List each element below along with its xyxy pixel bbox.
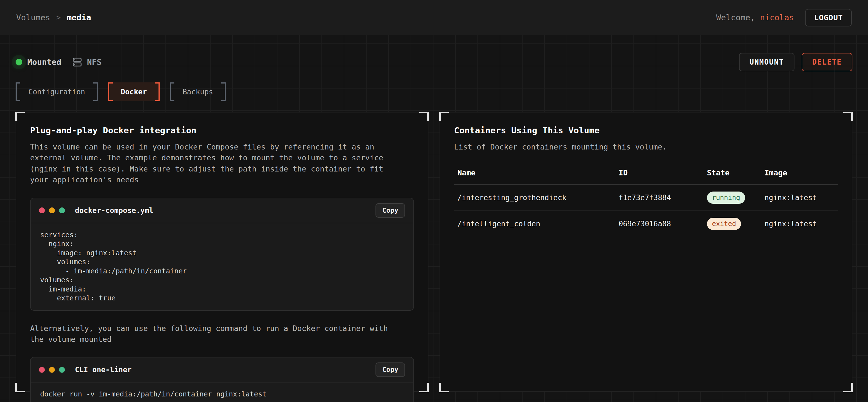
cli-code-card-header: CLI one-liner Copy — [31, 358, 413, 382]
window-dot-green-icon — [59, 207, 65, 213]
window-dots — [39, 367, 65, 373]
panel-corner-icon — [439, 383, 449, 392]
cli-code-card: CLI one-liner Copy docker run -v im-medi… — [30, 357, 414, 402]
docker-panel-description: This volume can be used in your Docker C… — [30, 141, 395, 186]
table-row: /intelligent_colden 069e73016a88 exited … — [454, 211, 838, 237]
window-dot-red-icon — [39, 207, 45, 213]
username: nicolas — [760, 13, 794, 22]
container-image: nginx:latest — [761, 185, 838, 211]
bracket-right-icon — [93, 82, 98, 101]
bracket-right-icon — [155, 82, 160, 101]
panel-corner-icon — [843, 112, 853, 121]
delete-button[interactable]: DELETE — [802, 53, 852, 71]
panel-corner-icon — [419, 112, 429, 121]
copy-compose-button[interactable]: Copy — [375, 203, 405, 218]
column-header-image: Image — [761, 168, 838, 185]
container-id: f1e73e7f3884 — [615, 185, 704, 211]
compose-code-card: docker-compose.yml Copy services: nginx:… — [30, 198, 414, 311]
cli-code: docker run -v im-media:/path/in/containe… — [31, 382, 413, 402]
breadcrumb-volumes-link[interactable]: Volumes — [16, 13, 50, 22]
container-name: /interesting_grothendieck — [454, 185, 615, 211]
cli-intro-text: Alternatively, you can use the following… — [30, 323, 395, 345]
table-row: /interesting_grothendieck f1e73e7f3884 r… — [454, 185, 838, 211]
docker-panel-title: Plug-and-play Docker integration — [30, 125, 414, 135]
column-header-name: Name — [454, 168, 615, 185]
logout-button[interactable]: LOGOUT — [805, 9, 852, 27]
bracket-left-icon — [169, 82, 175, 101]
status-badge: running — [707, 192, 745, 204]
compose-code-card-header: docker-compose.yml Copy — [31, 198, 413, 223]
mounted-status-label: Mounted — [27, 57, 61, 67]
column-header-id: ID — [615, 168, 704, 185]
containers-table: Name ID State Image /interesting_grothen… — [454, 168, 838, 237]
containers-panel: Containers Using This Volume List of Doc… — [440, 112, 852, 392]
docker-integration-panel: Plug-and-play Docker integration This vo… — [16, 112, 428, 392]
volume-actions: UNMOUNT DELETE — [739, 53, 853, 71]
column-header-state: State — [704, 168, 761, 185]
tab-configuration-label: Configuration — [28, 88, 85, 96]
container-id: 069e73016a88 — [615, 211, 704, 237]
bracket-right-icon — [221, 82, 226, 101]
main-content: Mounted NFS UNMOUNT DELETE Configuration… — [0, 35, 868, 402]
window-dot-green-icon — [59, 367, 65, 373]
mounted-status-dot-icon — [16, 59, 22, 65]
tab-bar: Configuration Docker Backups — [16, 82, 852, 101]
tab-backups-label: Backups — [182, 88, 213, 96]
panel-corner-icon — [15, 112, 25, 121]
bracket-left-icon — [108, 82, 113, 101]
volume-status-indicators: Mounted NFS — [16, 57, 102, 67]
welcome-text: Welcome, nicolas — [716, 13, 794, 22]
top-bar: Volumes > media Welcome, nicolas LOGOUT — [0, 0, 868, 35]
panel-corner-icon — [843, 383, 853, 392]
container-name: /intelligent_colden — [454, 211, 615, 237]
welcome-prefix: Welcome, — [716, 13, 760, 22]
compose-code: services: nginx: image: nginx:latest vol… — [31, 223, 413, 310]
panel-corner-icon — [439, 112, 449, 121]
window-dot-amber-icon — [49, 207, 55, 213]
panel-corner-icon — [419, 383, 429, 392]
tab-backups[interactable]: Backups — [169, 82, 226, 101]
window-dot-red-icon — [39, 367, 45, 373]
panel-corner-icon — [15, 383, 25, 392]
containers-table-header-row: Name ID State Image — [454, 168, 838, 185]
breadcrumb: Volumes > media — [16, 13, 91, 22]
unmount-button[interactable]: UNMOUNT — [739, 53, 795, 71]
topbar-right: Welcome, nicolas LOGOUT — [716, 9, 852, 27]
window-dots — [39, 207, 65, 213]
tab-docker[interactable]: Docker — [108, 82, 160, 101]
server-icon — [72, 57, 82, 67]
volume-type-label: NFS — [87, 57, 101, 67]
volume-status-row: Mounted NFS UNMOUNT DELETE — [16, 35, 852, 71]
compose-filename: docker-compose.yml — [75, 206, 154, 215]
copy-cli-button[interactable]: Copy — [375, 363, 405, 377]
panels-row: Plug-and-play Docker integration This vo… — [16, 112, 852, 392]
bracket-left-icon — [16, 82, 20, 101]
cli-title: CLI one-liner — [75, 366, 132, 374]
containers-panel-subtitle: List of Docker containers mounting this … — [454, 141, 819, 152]
containers-panel-title: Containers Using This Volume — [454, 125, 838, 135]
breadcrumb-current-page: media — [67, 13, 91, 22]
container-image: nginx:latest — [761, 211, 838, 237]
window-dot-amber-icon — [49, 367, 55, 373]
tab-docker-label: Docker — [121, 88, 147, 96]
status-badge: exited — [707, 218, 741, 230]
breadcrumb-separator: > — [56, 13, 61, 22]
tab-configuration[interactable]: Configuration — [16, 82, 98, 101]
